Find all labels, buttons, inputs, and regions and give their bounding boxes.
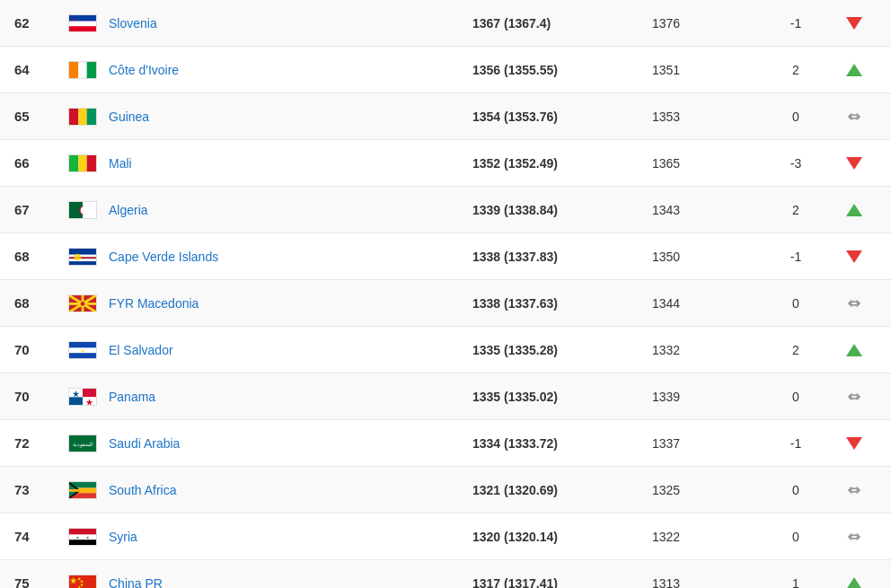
country-flag: [68, 108, 97, 126]
trend-up-icon: [846, 344, 862, 356]
change-cell: 1: [760, 576, 832, 589]
svg-rect-19: [78, 155, 86, 172]
country-flag: السعودية: [68, 434, 97, 452]
change-cell: -1: [760, 436, 832, 451]
rank-cell: 65: [14, 109, 68, 124]
country-name[interactable]: El Salvador: [109, 343, 472, 357]
trend-down-icon: [846, 250, 862, 263]
country-name[interactable]: Mali: [109, 156, 472, 171]
change-cell: 0: [760, 530, 832, 544]
table-row: 72 السعودية Saudi Arabia 1334 (1333.72) …: [0, 420, 891, 467]
country-flag: [68, 481, 97, 499]
svg-rect-9: [78, 62, 86, 79]
flag-cell: [68, 201, 109, 219]
table-row: 66 Mali 1352 (1352.49) 1365 -3: [0, 140, 891, 187]
svg-point-24: [81, 206, 89, 214]
svg-marker-54: [848, 392, 852, 400]
svg-text:السعودية: السعودية: [73, 442, 93, 448]
trend-arrow-cell: [832, 17, 877, 30]
table-row: 62 Slovenia 1367 (1367.4) 1376 -1: [0, 0, 891, 47]
country-name[interactable]: Panama: [109, 390, 472, 404]
trend-arrow-cell: [832, 109, 877, 125]
trend-up-icon: [846, 64, 862, 76]
svg-rect-28: [69, 259, 96, 261]
country-flag: [68, 294, 97, 312]
table-row: 67 Algeria 1339 (1338.84) 1343 2: [0, 187, 891, 233]
table-row: 70 Panama 1335 (1335.02) 1339 0: [0, 373, 891, 420]
table-row: 73 South Africa 1321 (1320.69) 1325 0: [0, 467, 891, 513]
country-name[interactable]: China PR: [109, 576, 472, 589]
points-cell: 1334 (1333.72): [472, 436, 652, 451]
trend-arrow-cell: [832, 437, 877, 450]
change-cell: -3: [760, 156, 832, 171]
trend-arrow-cell: [832, 344, 877, 356]
country-name[interactable]: Saudi Arabia: [109, 436, 472, 451]
trend-neutral-icon: [846, 529, 862, 545]
svg-marker-53: [857, 392, 861, 400]
rank-cell: 64: [14, 62, 68, 77]
rank-cell: 68: [14, 249, 68, 264]
points-cell: 1317 (1317.41): [472, 576, 652, 589]
table-row: 64 Côte d'Ivoire 1356 (1355.55) 1351 2: [0, 47, 891, 93]
country-name[interactable]: Syria: [109, 530, 472, 544]
table-row: 65 Guinea 1354 (1353.76) 1353 0: [0, 93, 891, 140]
points-cell: 1356 (1355.55): [472, 63, 652, 77]
flag-cell: [68, 575, 109, 589]
country-flag: [68, 201, 97, 219]
svg-marker-39: [857, 299, 861, 307]
change-cell: 2: [760, 343, 832, 357]
country-name[interactable]: Slovenia: [109, 16, 472, 31]
trend-neutral-icon: [846, 482, 862, 498]
prev-points-cell: 1365: [652, 156, 760, 171]
svg-rect-69: [69, 540, 96, 546]
prev-points-cell: 1343: [652, 203, 760, 217]
change-cell: 0: [760, 390, 832, 404]
svg-rect-4: [69, 21, 96, 26]
country-flag: [68, 14, 97, 32]
prev-points-cell: 1337: [652, 436, 760, 451]
svg-rect-26: [69, 254, 96, 257]
country-flag: [68, 248, 97, 266]
rank-cell: 73: [14, 482, 68, 497]
country-name[interactable]: South Africa: [109, 483, 472, 497]
trend-arrow-cell: [832, 482, 877, 498]
points-cell: 1338 (1337.63): [472, 296, 652, 311]
trend-arrow-cell: [832, 295, 877, 312]
flag-cell: [68, 108, 109, 126]
svg-rect-47: [69, 397, 83, 405]
trend-arrow-cell: [832, 529, 877, 545]
prev-points-cell: 1332: [652, 343, 760, 357]
rank-cell: 70: [14, 342, 68, 357]
svg-marker-75: [848, 532, 852, 540]
svg-rect-13: [87, 109, 96, 126]
points-cell: 1320 (1320.14): [472, 530, 652, 544]
svg-marker-17: [848, 112, 852, 120]
svg-marker-66: [848, 486, 852, 494]
flag-cell: [68, 154, 109, 172]
svg-rect-67: [69, 529, 96, 535]
country-name[interactable]: Guinea: [109, 110, 472, 124]
points-cell: 1367 (1367.4): [472, 16, 652, 31]
trend-arrow-cell: [832, 250, 877, 263]
country-name[interactable]: Côte d'Ivoire: [109, 63, 472, 77]
trend-neutral-icon: [846, 295, 862, 312]
points-cell: 1339 (1338.84): [472, 203, 652, 217]
country-name[interactable]: FYR Macedonia: [109, 296, 472, 311]
country-flag: [68, 154, 97, 172]
country-name[interactable]: Algeria: [109, 203, 472, 217]
trend-down-icon: [846, 17, 862, 30]
rank-cell: 74: [14, 529, 68, 544]
table-row: 75 China PR 1317 (1317.41) 1313 1: [0, 560, 891, 588]
change-cell: 2: [760, 63, 832, 77]
svg-rect-43: [69, 353, 96, 359]
change-cell: -1: [760, 16, 832, 31]
country-flag: [68, 575, 97, 589]
country-name[interactable]: Cape Verde Islands: [109, 250, 472, 264]
flag-cell: [68, 294, 109, 312]
table-row: 70 El Salvador 1335 (1335.28) 1332 2: [0, 327, 891, 373]
trend-arrow-cell: [832, 577, 877, 589]
svg-rect-18: [69, 155, 78, 172]
points-cell: 1354 (1353.76): [472, 110, 652, 124]
country-flag: [68, 341, 97, 359]
svg-rect-12: [78, 109, 86, 126]
